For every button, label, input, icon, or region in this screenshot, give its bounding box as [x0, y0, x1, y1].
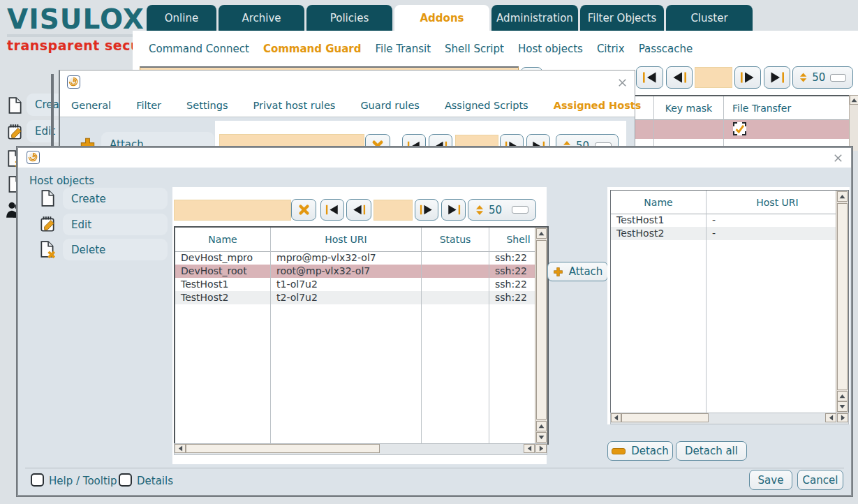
- host-row-status[interactable]: [422, 251, 489, 265]
- assigned-hosts-table: Name TestHost1 TestHost2 Host URI - -: [610, 190, 849, 413]
- subnav-citrix[interactable]: Citrix: [597, 43, 625, 55]
- edit-button[interactable]: Edit: [63, 214, 168, 235]
- save-button[interactable]: Save: [749, 470, 792, 490]
- last-page-icon: [447, 205, 461, 215]
- tab-guard-rules[interactable]: Guard rules: [360, 100, 420, 111]
- triangle-left-icon: [527, 445, 532, 452]
- scroll-left-button[interactable]: [175, 444, 186, 453]
- nav-tab-archive[interactable]: Archive: [219, 5, 304, 31]
- scroll-thumb[interactable]: [186, 444, 380, 453]
- first-page-icon: [325, 205, 339, 215]
- assigned-table-hscrollbar[interactable]: [610, 413, 849, 424]
- scroll-thumb[interactable]: [621, 413, 709, 422]
- create-document-icon[interactable]: [6, 96, 24, 114]
- subnav-file-transit[interactable]: File Transit: [375, 43, 431, 55]
- page-first-page-button[interactable]: [636, 66, 663, 89]
- page-prev-page-button[interactable]: [666, 66, 693, 89]
- host-row-name[interactable]: DevHost_mpro: [175, 251, 270, 265]
- hosts-table: Name DevHost_mpro DevHost_root TestHost1…: [174, 226, 549, 445]
- help-tooltip-label: Help / Tooltip: [49, 475, 117, 487]
- detach-button[interactable]: Detach: [607, 441, 673, 461]
- scroll-left-button[interactable]: [825, 413, 836, 422]
- assigned-row-name[interactable]: TestHost1: [611, 214, 706, 227]
- subnav-host-objects[interactable]: Host objects: [518, 43, 583, 55]
- cancel-button[interactable]: Cancel: [797, 470, 843, 490]
- spinner-handle[interactable]: [512, 206, 528, 214]
- create-button[interactable]: Create: [63, 188, 168, 209]
- host-row-name[interactable]: TestHost2: [175, 291, 270, 304]
- nav-tab-cluster[interactable]: Cluster: [666, 5, 753, 31]
- attach-button[interactable]: Attach: [547, 262, 608, 281]
- assigned-row-uri[interactable]: -: [707, 214, 848, 227]
- app-icon: [27, 151, 40, 164]
- tab-privat-host-rules[interactable]: Privat host rules: [253, 100, 336, 111]
- close-icon[interactable]: [832, 152, 844, 164]
- subnav-shell-script[interactable]: Shell Script: [445, 43, 504, 55]
- delete-button[interactable]: Delete: [63, 239, 168, 260]
- delete-document-icon: [38, 240, 57, 258]
- tab-assigned-hosts[interactable]: Assigned Hosts: [554, 100, 642, 111]
- page-last-page-button[interactable]: [764, 66, 790, 89]
- host-page-size-spinner[interactable]: 50: [468, 199, 536, 221]
- detach-all-button[interactable]: Detach all: [676, 441, 747, 461]
- column-header-name: Name: [175, 228, 270, 251]
- host-row-status[interactable]: [422, 278, 489, 291]
- host-clear-button[interactable]: [291, 199, 316, 221]
- scroll-left-button[interactable]: [524, 444, 535, 453]
- assigned-row-name[interactable]: TestHost2: [611, 227, 706, 240]
- scroll-down-button[interactable]: [837, 401, 848, 412]
- scroll-thumb[interactable]: [837, 203, 848, 390]
- scroll-right-button[interactable]: [535, 444, 547, 453]
- edit-icon[interactable]: [6, 123, 24, 141]
- hosts-table-scrollbar[interactable]: [535, 228, 547, 443]
- scroll-up-button[interactable]: [536, 421, 547, 431]
- plus-icon: [553, 267, 563, 277]
- nav-tab-addons[interactable]: Addons: [394, 5, 489, 31]
- host-row-status[interactable]: [422, 291, 489, 304]
- nav-tab-administration[interactable]: Administration: [491, 5, 578, 31]
- assigned-table-scrollbar[interactable]: [836, 191, 848, 413]
- scroll-up-button[interactable]: [837, 391, 848, 401]
- nav-tab-online[interactable]: Online: [147, 5, 216, 31]
- file-transfer-checkbox[interactable]: [733, 122, 746, 135]
- page-next-page-button[interactable]: [734, 66, 761, 89]
- details-checkbox[interactable]: [119, 473, 132, 487]
- subnav-command-connect[interactable]: Command Connect: [149, 43, 249, 55]
- host-page-number-input[interactable]: [373, 200, 413, 221]
- close-icon[interactable]: [616, 77, 628, 89]
- spinner-handle[interactable]: [830, 74, 846, 82]
- subnav-passcache[interactable]: Passcache: [639, 43, 693, 55]
- page-size-spinner[interactable]: 50: [792, 66, 853, 89]
- tab-general[interactable]: General: [71, 100, 111, 111]
- help-tooltip-checkbox[interactable]: [31, 473, 44, 487]
- host-row-uri[interactable]: t1-ol7u2: [271, 278, 421, 291]
- tab-assigned-scripts[interactable]: Assigned Scripts: [445, 100, 528, 111]
- host-search-input[interactable]: [174, 200, 291, 221]
- nav-tab-filter-objects[interactable]: Filter Objects: [580, 5, 664, 31]
- nav-tab-policies[interactable]: Policies: [306, 5, 392, 31]
- tab-settings[interactable]: Settings: [186, 100, 228, 111]
- assigned-row-uri[interactable]: -: [707, 227, 848, 240]
- host-row-uri[interactable]: t2-ol7u2: [271, 291, 421, 304]
- host-row-uri[interactable]: mpro@mp-vlx32-ol7: [271, 251, 421, 265]
- scroll-right-button[interactable]: [837, 413, 848, 422]
- scroll-up-button[interactable]: [850, 95, 858, 105]
- host-row-name[interactable]: DevHost_root: [175, 265, 270, 278]
- host-next-page-button[interactable]: [415, 199, 438, 221]
- page-number-input[interactable]: [695, 67, 732, 88]
- host-row-name[interactable]: TestHost1: [175, 278, 270, 291]
- hosts-table-hscrollbar[interactable]: [174, 443, 547, 455]
- page-table-scrollbar[interactable]: [849, 95, 858, 151]
- scroll-up-button[interactable]: [837, 191, 848, 202]
- tab-filter[interactable]: Filter: [136, 100, 161, 111]
- scroll-left-button[interactable]: [611, 413, 621, 422]
- host-row-uri[interactable]: root@mp-vlx32-ol7: [271, 265, 421, 278]
- host-prev-page-button[interactable]: [346, 199, 371, 221]
- scroll-down-button[interactable]: [536, 432, 547, 443]
- host-last-page-button[interactable]: [441, 199, 466, 221]
- host-first-page-button[interactable]: [320, 199, 344, 221]
- subnav-command-guard[interactable]: Command Guard: [263, 43, 362, 55]
- host-row-status[interactable]: [422, 265, 489, 278]
- scroll-up-button[interactable]: [536, 228, 547, 239]
- scroll-thumb[interactable]: [536, 240, 547, 420]
